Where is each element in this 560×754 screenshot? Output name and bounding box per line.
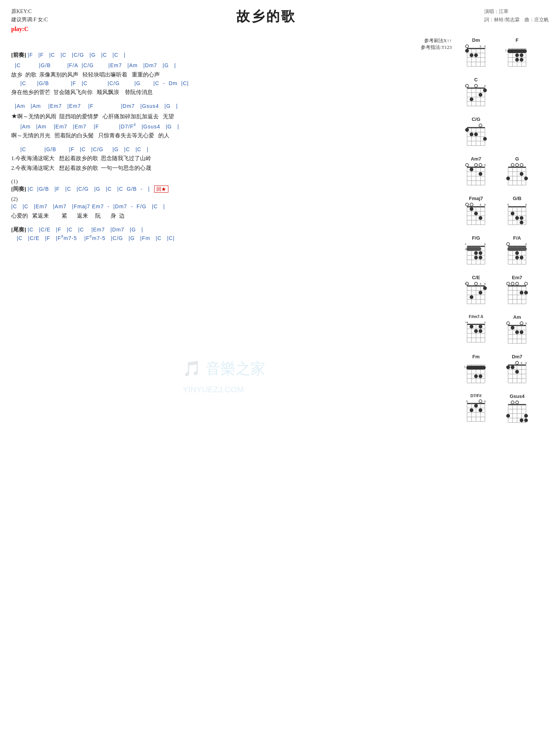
cl1: ★啊～无情的风雨 阻挡咱的爱情梦 心肝痛加碎加乱加返去 无望: [11, 111, 452, 122]
page: 🎵 音樂之家YINYUEZJ.COM 原KEY:C 建议男调:F 女:C pla…: [0, 0, 560, 754]
svg-text:x: x: [465, 247, 466, 251]
svg-point-182: [479, 291, 482, 295]
verse2-chord-line: |C |G/B |F |C |C/G |G |C |C |: [11, 146, 452, 153]
svg-text:x: x: [525, 242, 527, 246]
svg-point-148: [479, 256, 482, 259]
svg-point-165: [515, 256, 519, 259]
svg-point-30: [520, 53, 523, 57]
svg-text:x: x: [484, 163, 486, 167]
chord-cg: C/G: [459, 116, 493, 150]
original-key: 原KEY:C: [11, 7, 48, 16]
svg-point-215: [479, 325, 482, 328]
svg-point-161: [507, 243, 510, 246]
chorus-chord-line2: |Am |Am |Em7 |Em7 |F |D7/F# |Gsus4 |G |: [11, 122, 452, 130]
interlude-chords: |C |G/B |F |C |C/G |G |C |C G/B - |: [28, 186, 150, 193]
svg-text:x: x: [484, 202, 486, 206]
chord-pair-fg-fa: F/G x x x: [459, 235, 549, 269]
interlude-label: [间奏]: [11, 186, 26, 193]
svg-point-213: [470, 325, 473, 328]
svg-point-245: [474, 374, 478, 378]
part2-block: (2): [11, 196, 452, 202]
svg-rect-244: [466, 366, 486, 370]
svg-text:1: 1: [505, 49, 507, 52]
svg-text:x: x: [484, 44, 486, 48]
header-center: 故乡的歌: [48, 7, 484, 26]
ref-fingering: 参考指法:T123: [421, 44, 452, 51]
svg-point-115: [479, 216, 482, 220]
svg-point-277: [474, 404, 478, 408]
v1c2: |C |G/B |F |C |C/G |G |C - Dm |C|: [11, 80, 452, 87]
chord-gsus4-grid: [504, 400, 530, 427]
song-title: 故乡的歌: [48, 7, 484, 26]
svg-text:x: x: [480, 44, 482, 48]
svg-point-112: [470, 203, 473, 206]
svg-point-16: [470, 53, 473, 57]
svg-point-261: [511, 365, 514, 369]
svg-point-64: [474, 133, 478, 136]
chord-pair-cg: C/G: [459, 116, 549, 150]
prelude-section: [前奏] |F |F |C |C |C/G |G |C |C |: [11, 52, 452, 59]
svg-point-147: [479, 251, 482, 255]
chord-fmaj7: Fmaj7 x x: [459, 196, 493, 229]
v2l2: 2.今夜海涌这呢大 想起着故乡的歌 一句一句思念的心晟: [11, 163, 452, 172]
suggested-key: 建议男调:F 女:C: [11, 16, 48, 24]
svg-text:x: x: [484, 242, 486, 246]
play-key: play:C: [11, 24, 48, 34]
prelude-chords: |F |F |C |C |C/G |G |C |C |: [28, 52, 125, 59]
svg-point-181: [470, 295, 473, 299]
chord-fsm75: F#m7-5 x x x x: [459, 314, 493, 348]
svg-point-46: [475, 84, 477, 87]
chord-em7-grid: [504, 281, 530, 308]
svg-point-230: [511, 326, 514, 330]
svg-point-262: [515, 370, 519, 374]
outro2-chords: |C |C/E |F |F#m7-5 |F#m7-5 |C/G |G |Fm |…: [11, 234, 452, 242]
svg-point-214: [474, 329, 478, 333]
svg-point-216: [479, 329, 482, 333]
svg-point-183: [483, 286, 487, 290]
chord-g-grid: [504, 163, 530, 190]
svg-point-62: [465, 128, 469, 132]
chord-pair-fsm75-am: F#m7-5 x x x x: [459, 314, 549, 348]
header-right: 演唱：江草 詞：林铃/简志霖 曲：庄立帆: [484, 7, 549, 24]
svg-text:x: x: [465, 84, 466, 87]
chord-am7-grid: x: [463, 163, 489, 190]
svg-point-96: [506, 177, 510, 180]
chord-am7: Am7 x: [459, 156, 493, 190]
svg-point-229: [520, 322, 523, 325]
svg-point-80: [479, 163, 482, 166]
chord-pair-fmaj7-gb: Fmaj7 x x: [459, 196, 549, 229]
svg-point-11: [466, 45, 469, 48]
svg-point-14: [465, 49, 469, 53]
svg-point-31: [520, 58, 523, 62]
verse1-lyrics-line2: 身在他乡的菅芒 甘会随风飞向你 顺风飘浪 替阮传消息: [11, 88, 452, 97]
part2-label: (2): [11, 196, 452, 202]
bc: |C |C |Em7 |Am7 |Fmaj7 Em7 - |Dm7 - F/G …: [11, 203, 452, 211]
svg-text:x: x: [484, 399, 486, 403]
svg-point-15: [474, 53, 478, 57]
chord-pair-d7fs-gsus4: D7/F# x x: [459, 393, 549, 427]
chorus-chord-line1: |Am |Am |Em7 |Em7 |F |Dm7 |Gsus4 |G |: [11, 103, 452, 110]
svg-point-278: [479, 408, 482, 412]
svg-point-129: [515, 216, 519, 220]
svg-point-79: [475, 163, 477, 166]
chord-pair-1: Dm: [459, 37, 549, 71]
chord-gb-grid: x x: [504, 202, 530, 229]
svg-point-276: [470, 408, 473, 412]
svg-point-289: [511, 401, 514, 404]
part1-block: (1): [11, 178, 452, 185]
svg-point-228: [507, 322, 510, 325]
chord-c-grid: x x: [463, 84, 489, 110]
verse1-chord-line2: |C |G/B |F |C |C/G |G |C - Dm |C|: [11, 80, 452, 87]
chord-ce-grid: x x xx: [463, 281, 489, 308]
chord-d7fs: D7/F# x x: [459, 393, 493, 427]
verse1-lyrics-line1: 故乡 的歌 亲像离别的风声 轻轻块唱出嘛听着 重重的心声: [11, 70, 452, 79]
v2l1: 1.今夜海涌这呢大 想起着故乡的歌 思念随我飞过了山岭: [11, 154, 452, 163]
svg-point-260: [506, 365, 510, 369]
svg-text:x: x: [480, 281, 482, 286]
svg-point-290: [516, 401, 519, 404]
hui-star-label: 回★: [154, 186, 168, 193]
chord-pair-c: C x: [459, 77, 549, 110]
header: 原KEY:C 建议男调:F 女:C play:C 故乡的歌 演唱：江草 詞：林铃…: [11, 7, 549, 34]
prelude-label: [前奏]: [11, 52, 26, 59]
svg-point-164: [520, 256, 523, 259]
